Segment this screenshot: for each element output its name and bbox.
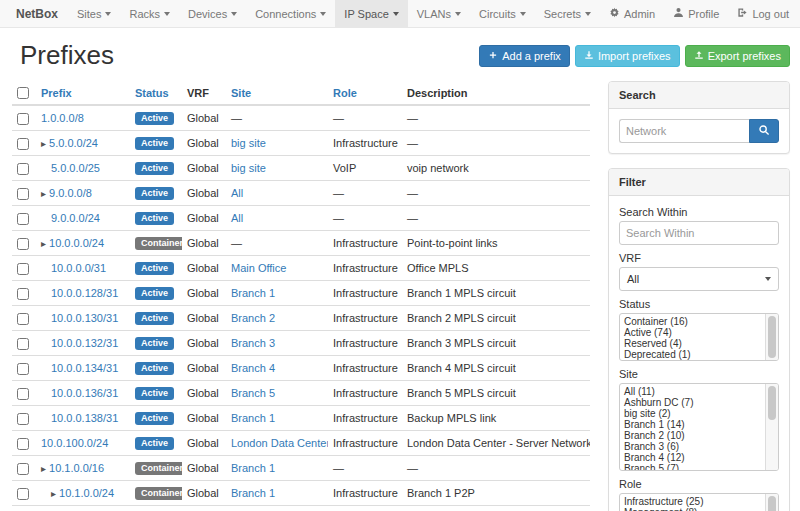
nav-item-connections[interactable]: Connections: [246, 0, 335, 27]
site-cell[interactable]: Branch 3: [226, 331, 328, 356]
site-link[interactable]: Branch 1: [231, 487, 275, 499]
row-checkbox[interactable]: [17, 263, 29, 275]
site-option[interactable]: Branch 4 (12): [620, 452, 763, 463]
nav-item-circuits[interactable]: Circuits: [470, 0, 535, 27]
site-cell[interactable]: Branch 2: [226, 306, 328, 331]
row-checkbox[interactable]: [17, 438, 29, 450]
prefix-link[interactable]: 10.1.0.0/24: [59, 487, 114, 499]
prefix-link[interactable]: 10.0.0.128/31: [51, 287, 118, 299]
nav-item-profile[interactable]: Profile: [664, 0, 728, 27]
search-within-input[interactable]: [619, 221, 779, 245]
row-checkbox[interactable]: [17, 388, 29, 400]
status-option[interactable]: Container (16): [620, 316, 763, 327]
site-link[interactable]: big site: [231, 162, 266, 174]
site-cell[interactable]: big site: [226, 156, 328, 181]
nav-item-devices[interactable]: Devices: [179, 0, 246, 27]
row-checkbox[interactable]: [17, 338, 29, 350]
column-header-prefix[interactable]: Prefix: [36, 81, 130, 105]
site-cell[interactable]: Branch 1: [226, 456, 328, 481]
scrollbar-thumb[interactable]: [768, 316, 776, 358]
site-link[interactable]: All: [231, 187, 243, 199]
prefix-link[interactable]: 10.0.0.134/31: [51, 362, 118, 374]
site-link[interactable]: Branch 5: [231, 387, 275, 399]
nav-item-sites[interactable]: Sites: [68, 0, 120, 27]
site-option[interactable]: Branch 1 (14): [620, 419, 763, 430]
site-cell[interactable]: Branch 1: [226, 506, 328, 511]
site-cell[interactable]: Branch 4: [226, 356, 328, 381]
column-header-status[interactable]: Status: [130, 81, 182, 105]
column-header-site[interactable]: Site: [226, 81, 328, 105]
expand-toggle-icon[interactable]: ▸: [41, 138, 46, 149]
prefix-link[interactable]: 10.0.0.0/31: [51, 262, 106, 274]
site-link[interactable]: Branch 1: [231, 412, 275, 424]
site-option[interactable]: Branch 5 (7): [620, 463, 763, 471]
row-checkbox[interactable]: [17, 413, 29, 425]
role-option[interactable]: Infrastructure (25): [620, 496, 763, 507]
row-checkbox[interactable]: [17, 163, 29, 175]
site-cell[interactable]: London Data Center: [226, 431, 328, 456]
role-filter-listbox[interactable]: Infrastructure (25)Management (8)Private…: [619, 493, 779, 511]
site-option[interactable]: Ashburn DC (7): [620, 397, 763, 408]
row-checkbox[interactable]: [17, 238, 29, 250]
column-header-role[interactable]: Role: [328, 81, 402, 105]
prefix-link[interactable]: 10.0.0.132/31: [51, 337, 118, 349]
search-button[interactable]: [749, 119, 779, 143]
site-option[interactable]: All (11): [620, 386, 763, 397]
nav-item-vlans[interactable]: VLANs: [408, 0, 470, 27]
search-input[interactable]: [619, 119, 749, 143]
site-link[interactable]: Branch 1: [231, 462, 275, 474]
row-checkbox[interactable]: [17, 463, 29, 475]
prefix-link[interactable]: 10.0.0.130/31: [51, 312, 118, 324]
prefix-link[interactable]: 9.0.0.0/24: [51, 212, 100, 224]
prefix-link[interactable]: 5.0.0.0/24: [49, 137, 98, 149]
site-option[interactable]: Branch 3 (6): [620, 441, 763, 452]
expand-toggle-icon[interactable]: ▸: [41, 188, 46, 199]
prefix-link[interactable]: 1.0.0.0/8: [41, 112, 84, 124]
navbar-brand[interactable]: NetBox: [6, 0, 68, 27]
vrf-select[interactable]: All: [619, 267, 779, 291]
site-cell[interactable]: All: [226, 206, 328, 231]
prefix-link[interactable]: 10.0.0.138/31: [51, 412, 118, 424]
row-checkbox[interactable]: [17, 488, 29, 500]
row-checkbox[interactable]: [17, 363, 29, 375]
prefix-link[interactable]: 10.1.0.0/16: [49, 462, 104, 474]
site-option[interactable]: big site (2): [620, 408, 763, 419]
expand-toggle-icon[interactable]: ▸: [41, 463, 46, 474]
site-cell[interactable]: Branch 5: [226, 381, 328, 406]
site-link[interactable]: Branch 2: [231, 312, 275, 324]
site-cell[interactable]: All: [226, 181, 328, 206]
nav-item-admin[interactable]: Admin: [600, 0, 664, 27]
site-link[interactable]: Main Office: [231, 262, 286, 274]
nav-item-secrets[interactable]: Secrets: [535, 0, 600, 27]
import-prefixes-button[interactable]: Import prefixes: [575, 45, 680, 67]
prefix-link[interactable]: 10.0.0.136/31: [51, 387, 118, 399]
row-checkbox[interactable]: [17, 313, 29, 325]
row-checkbox[interactable]: [17, 213, 29, 225]
expand-toggle-icon[interactable]: ▸: [51, 488, 56, 499]
nav-item-racks[interactable]: Racks: [120, 0, 179, 27]
site-cell[interactable]: Branch 1: [226, 406, 328, 431]
site-cell[interactable]: Branch 1: [226, 281, 328, 306]
prefix-link[interactable]: 9.0.0.0/8: [49, 187, 92, 199]
site-option[interactable]: Branch 2 (10): [620, 430, 763, 441]
export-prefixes-button[interactable]: Export prefixes: [685, 45, 790, 67]
site-link[interactable]: Branch 3: [231, 337, 275, 349]
site-link[interactable]: All: [231, 212, 243, 224]
site-link[interactable]: Branch 1: [231, 287, 275, 299]
site-filter-listbox[interactable]: All (11)Ashburn DC (7)big site (2)Branch…: [619, 383, 779, 471]
row-checkbox[interactable]: [17, 288, 29, 300]
status-option[interactable]: Reserved (4): [620, 338, 763, 349]
prefix-link[interactable]: 10.0.0.0/24: [49, 237, 104, 249]
site-link[interactable]: London Data Center: [231, 437, 328, 449]
prefix-link[interactable]: 10.0.100.0/24: [41, 437, 108, 449]
site-cell[interactable]: big site: [226, 131, 328, 156]
site-link[interactable]: big site: [231, 137, 266, 149]
status-option[interactable]: Deprecated (1): [620, 349, 763, 360]
nav-item-ip-space[interactable]: IP Space: [335, 0, 407, 27]
site-link[interactable]: Branch 4: [231, 362, 275, 374]
row-checkbox[interactable]: [17, 138, 29, 150]
status-filter-listbox[interactable]: Container (16)Active (74)Reserved (4)Dep…: [619, 313, 779, 361]
site-cell[interactable]: Branch 1: [226, 481, 328, 506]
nav-item-log-out[interactable]: Log out: [728, 0, 798, 27]
role-option[interactable]: Management (8): [620, 507, 763, 511]
